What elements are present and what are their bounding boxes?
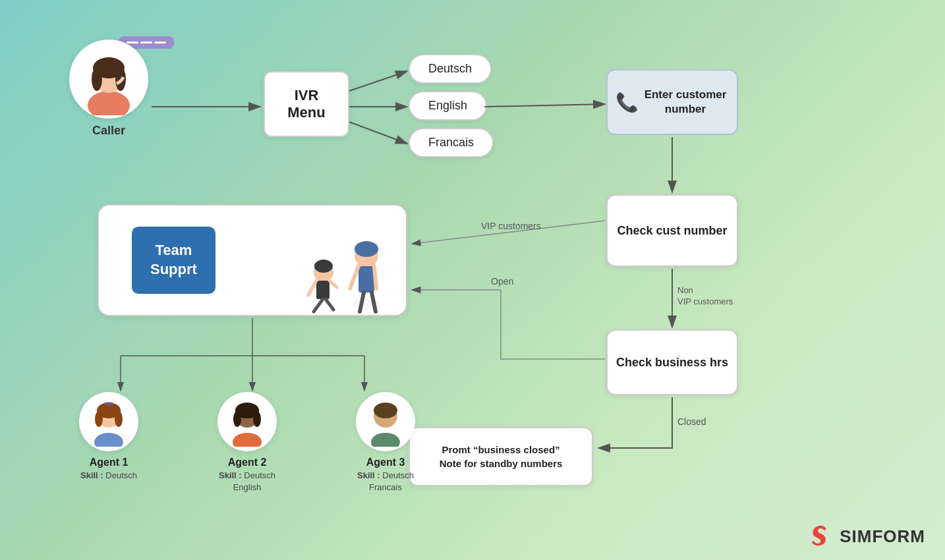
svg-point-24 [115, 411, 123, 427]
svg-line-20 [326, 299, 333, 310]
agent-2: Agent 2 Skill : DeutschEnglish [204, 392, 290, 493]
arrow-ivr-to-deutsch [349, 71, 407, 91]
agent-3: Agent 3 Skill : DeutschFrancais [343, 392, 428, 493]
promt-text: Promt “business closed” Note for standby… [440, 443, 563, 470]
phone-icon: 📞 [616, 92, 639, 113]
agent-2-illustration [224, 397, 270, 447]
svg-point-23 [95, 411, 103, 427]
simform-logo: SIMFORM [811, 524, 925, 548]
open-label: Open [491, 276, 513, 287]
language-english: English [409, 91, 487, 121]
agent-3-avatar [356, 392, 415, 451]
svg-point-15 [314, 260, 333, 273]
agent-2-skill: Skill : DeutschEnglish [219, 470, 275, 493]
enter-customer-number-box: 📞 Enter customer number [606, 69, 738, 135]
simform-s-logo [811, 524, 834, 548]
promt-box: Promt “business closed” Note for standby… [409, 427, 593, 486]
agent-1-skill: Skill : Deutsch [80, 470, 137, 482]
check-cust-label: Check cust number [617, 224, 727, 238]
svg-point-3 [92, 67, 102, 91]
svg-point-33 [374, 403, 397, 418]
caller-label: Caller [66, 124, 152, 138]
check-business-hrs-box: Check business hrs [606, 329, 738, 395]
arrow-vip-to-team [412, 221, 605, 244]
svg-line-10 [350, 266, 358, 289]
agent-1-illustration [86, 397, 132, 447]
arrow-ivr-to-francais [349, 122, 407, 144]
svg-line-11 [374, 266, 376, 289]
check-cust-number-box: Check cust number [606, 194, 738, 267]
svg-point-31 [233, 433, 262, 447]
svg-line-17 [308, 281, 316, 295]
svg-point-25 [94, 433, 123, 447]
svg-point-29 [233, 411, 241, 427]
team-support-label: TeamSupprt [150, 242, 197, 277]
agent-3-label: Agent 3 [366, 457, 405, 468]
svg-point-34 [371, 433, 400, 447]
non-vip-label-2: VIP customers [677, 296, 733, 306]
agent-2-avatar [217, 392, 277, 451]
enter-customer-label: Enter customer number [641, 88, 730, 117]
ivr-label: IVRMenu [287, 87, 325, 121]
arrow-closed-to-promt [598, 397, 672, 448]
caller-section: Caller [66, 40, 152, 138]
arrow-open-to-team [412, 290, 605, 359]
caller-avatar-circle [69, 40, 148, 119]
ivr-menu-box: IVRMenu [264, 71, 349, 137]
svg-line-18 [329, 281, 337, 287]
caller-illustration [76, 43, 142, 115]
agent-1-label: Agent 1 [90, 457, 129, 468]
team-illustration [274, 204, 406, 315]
agent-3-illustration [362, 397, 409, 447]
bubble-line-3 [154, 42, 166, 43]
arrow-english-to-enter [484, 104, 605, 107]
check-biz-label: Check business hrs [616, 356, 728, 370]
agent-1-avatar [79, 392, 138, 451]
promt-line1: Promt “business closed” [440, 443, 563, 457]
svg-rect-16 [316, 281, 329, 299]
team-support-box: TeamSupprt [98, 204, 407, 316]
svg-point-8 [355, 241, 378, 257]
svg-point-0 [88, 91, 130, 115]
promt-line2: Note for standby numbers [440, 457, 563, 470]
team-support-button: TeamSupprt [132, 227, 215, 293]
agent-3-skill: Skill : DeutschFrancais [357, 470, 414, 493]
language-deutsch: Deutsch [409, 54, 492, 84]
agents-section: Agent 1 Skill : Deutsch Agent 2 Skill : … [66, 392, 428, 493]
non-vip-label: Non [677, 285, 693, 295]
language-francais: Francais [409, 128, 494, 157]
closed-label: Closed [677, 416, 706, 427]
simform-text: SIMFORM [840, 526, 925, 547]
svg-line-19 [314, 299, 323, 312]
agent-2-label: Agent 2 [228, 457, 267, 468]
svg-point-30 [253, 411, 261, 427]
agent-1: Agent 1 Skill : Deutsch [66, 392, 152, 493]
svg-rect-9 [358, 266, 374, 293]
svg-rect-26 [104, 402, 113, 406]
vip-label: VIP customers [481, 221, 541, 231]
